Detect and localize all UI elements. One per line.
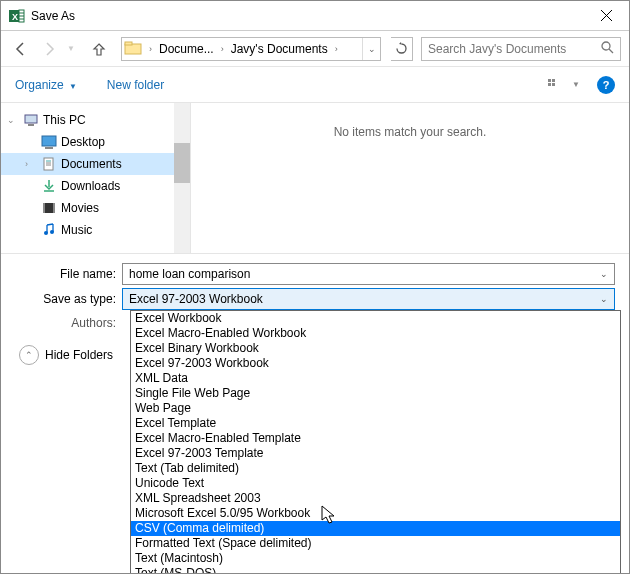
titlebar: X Save As — [1, 1, 629, 31]
filename-label: File name: — [15, 267, 122, 281]
svg-rect-15 — [552, 83, 555, 86]
tree-desktop[interactable]: Desktop — [1, 131, 190, 153]
svg-rect-19 — [45, 147, 53, 149]
chevron-down-icon[interactable]: ⌄ — [600, 294, 608, 304]
expand-icon[interactable]: ⌄ — [7, 115, 15, 125]
dropdown-option[interactable]: XML Spreadsheet 2003 — [131, 491, 620, 506]
help-button[interactable]: ? — [597, 76, 615, 94]
dropdown-option[interactable]: Excel Macro-Enabled Template — [131, 431, 620, 446]
dropdown-option[interactable]: Excel Template — [131, 416, 620, 431]
address-bar[interactable]: › Docume... › Javy's Documents › ⌄ — [121, 37, 381, 61]
tree-documents[interactable]: › Documents — [1, 153, 190, 175]
dropdown-option[interactable]: Text (Macintosh) — [131, 551, 620, 566]
view-options-button[interactable] — [545, 76, 563, 94]
recent-dropdown-icon[interactable]: ▼ — [65, 37, 77, 61]
breadcrumb-seg-2[interactable]: Javy's Documents — [227, 38, 332, 60]
dropdown-option[interactable]: CSV (Comma delimited) — [131, 521, 620, 536]
dropdown-option[interactable]: XML Data — [131, 371, 620, 386]
refresh-button[interactable] — [391, 37, 413, 61]
svg-rect-16 — [25, 115, 37, 123]
chevron-right-icon[interactable]: › — [146, 44, 155, 54]
chevron-down-icon[interactable]: ⌄ — [600, 269, 608, 279]
dropdown-option[interactable]: Microsoft Excel 5.0/95 Workbook — [131, 506, 620, 521]
dropdown-option[interactable]: Single File Web Page — [131, 386, 620, 401]
svg-rect-26 — [43, 203, 45, 213]
svg-rect-17 — [28, 124, 34, 126]
downloads-icon — [41, 178, 57, 194]
empty-message: No items match your search. — [334, 125, 487, 139]
svg-rect-18 — [42, 136, 56, 146]
tree-downloads[interactable]: Downloads — [1, 175, 190, 197]
svg-rect-9 — [125, 42, 132, 45]
file-type-dropdown-list: Excel WorkbookExcel Macro-Enabled Workbo… — [130, 310, 621, 574]
excel-icon: X — [9, 8, 25, 24]
movies-icon — [41, 200, 57, 216]
address-dropdown-icon[interactable]: ⌄ — [362, 38, 380, 60]
dropdown-option[interactable]: Unicode Text — [131, 476, 620, 491]
window-title: Save As — [31, 9, 583, 23]
dropdown-option[interactable]: Text (Tab delimited) — [131, 461, 620, 476]
svg-rect-14 — [548, 83, 551, 86]
pc-icon — [23, 112, 39, 128]
chevron-down-icon[interactable]: ▼ — [571, 76, 581, 94]
organize-button[interactable]: Organize ▼ — [15, 78, 77, 92]
authors-label: Authors: — [15, 316, 122, 330]
back-button[interactable] — [9, 37, 33, 61]
music-icon — [41, 222, 57, 238]
chevron-right-icon[interactable]: › — [332, 44, 341, 54]
expand-icon[interactable]: › — [25, 159, 28, 169]
scroll-thumb[interactable] — [174, 143, 190, 183]
search-icon — [601, 41, 614, 57]
desktop-icon — [41, 134, 57, 150]
svg-rect-12 — [548, 79, 551, 82]
search-placeholder: Search Javy's Documents — [428, 42, 601, 56]
chevron-right-icon[interactable]: › — [218, 44, 227, 54]
svg-point-10 — [602, 42, 610, 50]
close-button[interactable] — [583, 1, 629, 31]
navigation-bar: ▼ › Docume... › Javy's Documents › ⌄ Sea… — [1, 31, 629, 67]
folder-icon — [124, 39, 144, 59]
dropdown-option[interactable]: Excel Macro-Enabled Workbook — [131, 326, 620, 341]
svg-rect-13 — [552, 79, 555, 82]
svg-rect-27 — [53, 203, 55, 213]
hide-folders-button[interactable]: Hide Folders — [45, 348, 113, 362]
svg-point-29 — [50, 230, 54, 234]
svg-line-11 — [609, 49, 613, 53]
dropdown-option[interactable]: Excel Binary Workbook — [131, 341, 620, 356]
folder-tree: ⌄ This PC Desktop › Documents Downloads … — [1, 103, 191, 253]
body-area: ⌄ This PC Desktop › Documents Downloads … — [1, 103, 629, 253]
svg-rect-20 — [44, 158, 53, 170]
breadcrumb-seg-1[interactable]: Docume... — [155, 38, 218, 60]
file-list-area: No items match your search. — [191, 103, 629, 253]
svg-text:X: X — [12, 12, 18, 22]
dropdown-option[interactable]: Excel Workbook — [131, 311, 620, 326]
dropdown-option[interactable]: Text (MS-DOS) — [131, 566, 620, 574]
dropdown-option[interactable]: Web Page — [131, 401, 620, 416]
save-as-dialog: X Save As ▼ › Docume... › Javy's Documen… — [0, 0, 630, 574]
new-folder-button[interactable]: New folder — [107, 78, 164, 92]
sidebar-scrollbar[interactable] — [174, 103, 190, 253]
toolbar: Organize ▼ New folder ▼ ? — [1, 67, 629, 103]
tree-music[interactable]: Music — [1, 219, 190, 241]
dropdown-option[interactable]: Formatted Text (Space delimited) — [131, 536, 620, 551]
dropdown-option[interactable]: Excel 97-2003 Workbook — [131, 356, 620, 371]
tree-movies[interactable]: Movies — [1, 197, 190, 219]
dropdown-option[interactable]: Excel 97-2003 Template — [131, 446, 620, 461]
collapse-icon[interactable]: ⌃ — [19, 345, 39, 365]
chevron-down-icon: ▼ — [67, 82, 77, 91]
search-input[interactable]: Search Javy's Documents — [421, 37, 621, 61]
forward-button[interactable] — [37, 37, 61, 61]
filename-input[interactable]: home loan comparison ⌄ — [122, 263, 615, 285]
saveastype-label: Save as type: — [15, 292, 122, 306]
up-button[interactable] — [87, 37, 111, 61]
tree-this-pc[interactable]: ⌄ This PC — [1, 109, 190, 131]
documents-icon — [41, 156, 57, 172]
saveastype-dropdown[interactable]: Excel 97-2003 Workbook ⌄ — [122, 288, 615, 310]
svg-point-28 — [44, 231, 48, 235]
